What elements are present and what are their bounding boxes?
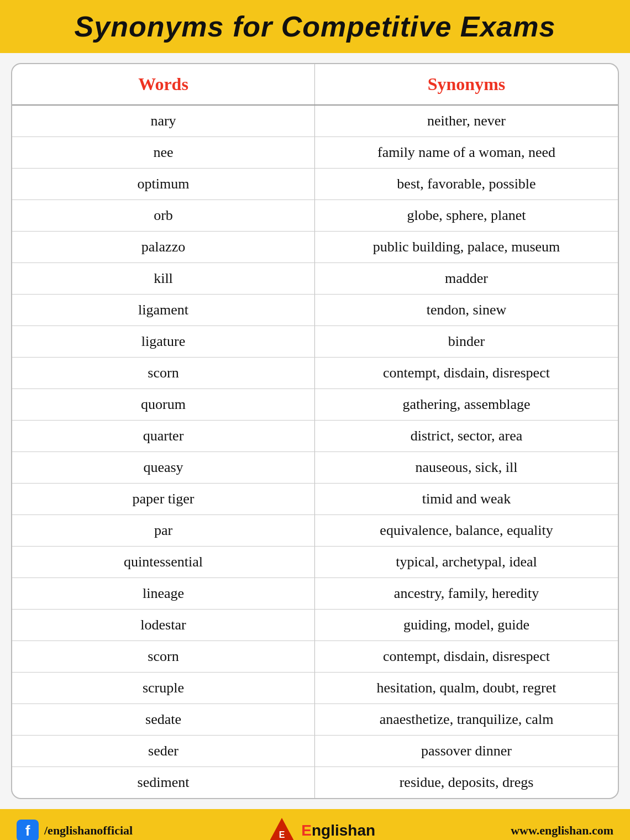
word-cell: lineage (12, 578, 315, 609)
word-cell: palazzo (12, 232, 315, 262)
synonym-cell: madder (315, 263, 618, 294)
synonyms-column-header: Synonyms (315, 64, 618, 104)
word-cell: scorn (12, 641, 315, 672)
synonym-cell: district, sector, area (315, 421, 618, 452)
footer-facebook: f /englishanofficial (17, 820, 133, 840)
table-row: naryneither, never (12, 106, 618, 137)
synonym-cell: binder (315, 326, 618, 357)
synonym-cell: contempt, disdain, disrespect (315, 641, 618, 672)
synonym-cell: timid and weak (315, 484, 618, 514)
synonym-cell: equivalence, balance, equality (315, 515, 618, 546)
logo-icon: E (268, 817, 296, 840)
table-row: sederpassover dinner (12, 736, 618, 767)
word-cell: scorn (12, 358, 315, 389)
table-row: lineageancestry, family, heredity (12, 578, 618, 610)
synonym-cell: residue, deposits, dregs (315, 767, 618, 798)
table-row: ligamenttendon, sinew (12, 295, 618, 326)
word-cell: optimum (12, 169, 315, 200)
table-row: sedateanaesthetize, tranquilize, calm (12, 704, 618, 736)
table-row: parequivalence, balance, equality (12, 515, 618, 547)
word-cell: kill (12, 263, 315, 294)
synonym-cell: ancestry, family, heredity (315, 578, 618, 609)
table-row: orbglobe, sphere, planet (12, 200, 618, 232)
synonym-cell: typical, archetypal, ideal (315, 547, 618, 578)
page-title: Synonyms for Competitive Exams (11, 10, 619, 43)
table-row: palazzopublic building, palace, museum (12, 232, 618, 263)
logo-text-main: nglishan (312, 822, 375, 839)
synonym-cell: globe, sphere, planet (315, 200, 618, 231)
word-cell: scruple (12, 673, 315, 704)
table-row: sedimentresidue, deposits, dregs (12, 767, 618, 798)
synonym-cell: guiding, model, guide (315, 610, 618, 641)
page-header: Synonyms for Competitive Exams (0, 0, 630, 53)
synonyms-table: Words Synonyms naryneither, neverneefami… (11, 63, 619, 799)
table-row: quorumgathering, assemblage (12, 389, 618, 421)
table-row: neefamily name of a woman, need (12, 137, 618, 169)
word-cell: lodestar (12, 610, 315, 641)
word-cell: nary (12, 106, 315, 136)
word-cell: ligature (12, 326, 315, 357)
synonym-cell: nauseous, sick, ill (315, 452, 618, 483)
table-row: scruplehesitation, qualm, doubt, regret (12, 673, 618, 704)
word-cell: orb (12, 200, 315, 231)
synonym-cell: passover dinner (315, 736, 618, 767)
words-column-header: Words (12, 64, 315, 104)
table-header: Words Synonyms (12, 64, 618, 106)
main-wrapper: Words Synonyms naryneither, neverneefami… (0, 53, 630, 809)
page-footer: f /englishanofficial E Englishan www.eng… (0, 809, 630, 840)
logo-text: Englishan (301, 822, 375, 839)
synonym-cell: public building, palace, museum (315, 232, 618, 262)
word-cell: quintessential (12, 547, 315, 578)
word-cell: quarter (12, 421, 315, 452)
table-row: scorncontempt, disdain, disrespect (12, 641, 618, 673)
word-cell: par (12, 515, 315, 546)
synonym-cell: best, favorable, possible (315, 169, 618, 200)
synonym-cell: neither, never (315, 106, 618, 136)
synonym-cell: anaesthetize, tranquilize, calm (315, 704, 618, 735)
word-cell: queasy (12, 452, 315, 483)
table-row: quintessentialtypical, archetypal, ideal (12, 547, 618, 578)
table-row: ligaturebinder (12, 326, 618, 358)
facebook-icon: f (17, 820, 39, 840)
facebook-handle: /englishanofficial (44, 823, 133, 838)
table-row: queasynauseous, sick, ill (12, 452, 618, 484)
synonym-cell: contempt, disdain, disrespect (315, 358, 618, 389)
footer-logo: E Englishan (268, 817, 375, 840)
word-cell: seder (12, 736, 315, 767)
synonym-cell: tendon, sinew (315, 295, 618, 326)
svg-text:E: E (279, 830, 285, 839)
word-cell: quorum (12, 389, 315, 420)
synonym-cell: gathering, assemblage (315, 389, 618, 420)
table-row: lodestarguiding, model, guide (12, 610, 618, 641)
table-body: naryneither, neverneefamily name of a wo… (12, 106, 618, 798)
synonym-cell: family name of a woman, need (315, 137, 618, 168)
table-row: paper tigertimid and weak (12, 484, 618, 515)
word-cell: sedate (12, 704, 315, 735)
synonym-cell: hesitation, qualm, doubt, regret (315, 673, 618, 704)
word-cell: ligament (12, 295, 315, 326)
table-row: scorncontempt, disdain, disrespect (12, 358, 618, 389)
word-cell: paper tiger (12, 484, 315, 514)
footer-website: www.englishan.com (511, 823, 613, 838)
table-row: quarterdistrict, sector, area (12, 421, 618, 452)
table-row: optimumbest, favorable, possible (12, 169, 618, 200)
word-cell: sediment (12, 767, 315, 798)
word-cell: nee (12, 137, 315, 168)
table-row: killmadder (12, 263, 618, 295)
